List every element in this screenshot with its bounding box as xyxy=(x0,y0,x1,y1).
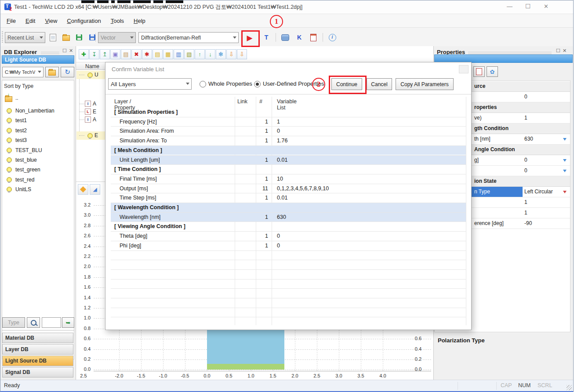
menu-configuration[interactable]: Configuration xyxy=(67,18,101,24)
red-document-icon xyxy=(476,68,482,75)
menu-edit[interactable]: Edit xyxy=(25,18,35,24)
main-tool-10-button[interactable]: ▧ xyxy=(184,49,194,59)
db-filter-input[interactable] xyxy=(42,317,61,328)
chevron-down-icon xyxy=(40,36,43,39)
layer-scope-dropdown[interactable]: All Layers xyxy=(108,78,192,90)
main-tool-15-button[interactable]: ⇩ xyxy=(237,49,247,59)
db-list-item[interactable]: Non_Lambertian xyxy=(5,107,73,116)
chart-tool-1-button[interactable] xyxy=(78,184,88,195)
db-list-item[interactable]: test2 xyxy=(5,127,73,135)
properties-description-area: Polarization Type xyxy=(434,334,570,380)
dialog-close-button[interactable] xyxy=(459,65,469,73)
about-info-button[interactable]: i xyxy=(327,32,338,43)
cancel-button[interactable]: Cancel xyxy=(367,78,392,90)
recent-list-dropdown[interactable]: Recent List xyxy=(5,32,45,43)
properties-tool-doc-button[interactable] xyxy=(473,66,485,77)
save-all-button[interactable] xyxy=(87,32,98,43)
tool-icon: ▧ xyxy=(186,51,192,58)
property-label: ve) xyxy=(474,115,482,121)
x-axis-label: -1.5 xyxy=(134,373,149,378)
db-tab-signal-db[interactable]: Signal DB xyxy=(2,367,73,377)
menu-help[interactable]: Help xyxy=(134,18,145,24)
main-tool-13-button[interactable]: ✻ xyxy=(216,49,226,59)
db-tab-layer-db[interactable]: Layer DB xyxy=(2,344,73,355)
open-folder-button[interactable] xyxy=(60,32,72,43)
db-list-item[interactable]: test_green xyxy=(5,166,73,174)
properties-close-icon[interactable]: ✕ xyxy=(563,48,567,54)
main-tool-4-button[interactable]: ▤ xyxy=(121,49,131,59)
properties-float-icon[interactable]: ☐ xyxy=(556,48,560,54)
db-list-item[interactable]: test3 xyxy=(5,136,73,145)
db-panel-float-icon[interactable]: ☐ xyxy=(62,48,67,54)
row-divider xyxy=(111,241,466,241)
db-panel-close-icon[interactable]: ✕ xyxy=(69,48,73,54)
db-list-item[interactable]: UnitLS xyxy=(5,185,73,194)
x-axis-label: -1.0 xyxy=(156,373,171,378)
row-value: 1.76 xyxy=(277,138,287,144)
db-search-button[interactable] xyxy=(27,317,40,328)
new-file-button[interactable] xyxy=(47,32,58,43)
dropdown-arrow-icon[interactable] xyxy=(563,138,567,141)
database-button[interactable] xyxy=(280,32,291,43)
layer-bar-green xyxy=(207,364,284,370)
db-up-folder-item[interactable]: ↑.. xyxy=(5,94,71,103)
close-button[interactable]: ✕ xyxy=(544,3,549,10)
db-open-folder-button[interactable] xyxy=(45,67,59,77)
dropdown-arrow-icon[interactable] xyxy=(563,159,567,162)
radio-dot xyxy=(256,83,259,86)
y-axis-label: 0.2 xyxy=(77,356,91,362)
db-list-item[interactable]: test_red xyxy=(5,176,73,185)
minimize-button[interactable]: — xyxy=(507,3,512,10)
notepad-button[interactable] xyxy=(308,32,319,43)
save-button[interactable] xyxy=(73,32,85,43)
main-tool-5-button[interactable]: ✖ xyxy=(131,49,142,59)
menu-view[interactable]: View xyxy=(45,18,57,24)
solver-dropdown[interactable]: Diffraction(Berreman-Refl xyxy=(138,32,239,43)
db-list-item[interactable]: TEST_BLU xyxy=(5,146,73,155)
main-tool-7-button[interactable]: ▤ xyxy=(153,49,163,59)
main-tool-9-button[interactable]: ▥ xyxy=(174,49,184,59)
db-refresh-button[interactable]: ↻ xyxy=(61,67,74,77)
db-list-item[interactable]: test1 xyxy=(5,116,73,125)
export-report-button[interactable]: T xyxy=(261,32,272,43)
main-tool-12-button[interactable]: ↓ xyxy=(205,49,215,59)
dropdown-arrow-icon[interactable] xyxy=(563,170,567,172)
row-divider xyxy=(111,308,466,308)
menu-tools[interactable]: Tools xyxy=(111,18,124,24)
main-tool-8-button[interactable]: ▦ xyxy=(163,49,173,59)
menu-file[interactable]: File xyxy=(7,18,16,24)
main-tool-1-button[interactable]: ↧ xyxy=(89,49,99,59)
module-k-button[interactable]: K xyxy=(294,32,305,43)
radio-whole-properties[interactable] xyxy=(200,81,206,87)
y-axis-label: 3.0 xyxy=(77,212,91,218)
open-folder-icon xyxy=(62,35,70,41)
dropdown-arrow-icon[interactable] xyxy=(563,191,567,193)
db-list-item[interactable]: test_blue xyxy=(5,156,73,165)
db-tab-material-db[interactable]: Material DB xyxy=(2,333,73,343)
row-label: Wavelength [nm] xyxy=(120,214,160,220)
radio-user-defined-properties[interactable] xyxy=(254,81,261,87)
light-source-icon xyxy=(7,157,12,163)
vector-mode-dropdown[interactable]: Vector xyxy=(98,32,136,43)
row-divider xyxy=(111,298,466,298)
main-tool-2-button[interactable]: ↥ xyxy=(100,49,110,59)
main-tool-6-button[interactable]: ✱ xyxy=(142,49,152,59)
chart-tool-2-button[interactable]: ◢ xyxy=(90,184,100,195)
col-divider xyxy=(466,97,466,325)
copy-all-parameters-button[interactable]: Copy All Parameters xyxy=(396,78,454,90)
db-item-label: test_blue xyxy=(15,157,37,163)
main-tool-14-button[interactable]: ⇩ xyxy=(226,49,236,59)
db-type-button[interactable]: Type xyxy=(2,317,25,328)
maximize-button[interactable]: ☐ xyxy=(525,3,531,10)
db-apply-filter-button[interactable]: ➥ xyxy=(62,317,74,328)
main-tool-11-button[interactable]: ↑ xyxy=(195,49,205,59)
radio-whole-label[interactable]: Whole Properties xyxy=(208,80,252,87)
resize-grip[interactable] xyxy=(567,385,572,390)
db-item-label: Non_Lambertian xyxy=(15,108,54,114)
db-path-dropdown[interactable]: C:₩My TechV xyxy=(2,67,44,77)
properties-tool-color-button[interactable]: ✿ xyxy=(487,66,498,77)
main-tool-3-button[interactable]: ▣ xyxy=(110,49,120,59)
main-tool-0-button[interactable]: ✚ xyxy=(79,49,89,59)
db-tab-light-source-db[interactable]: Light Source DB xyxy=(2,356,73,366)
row-divider xyxy=(111,221,466,222)
